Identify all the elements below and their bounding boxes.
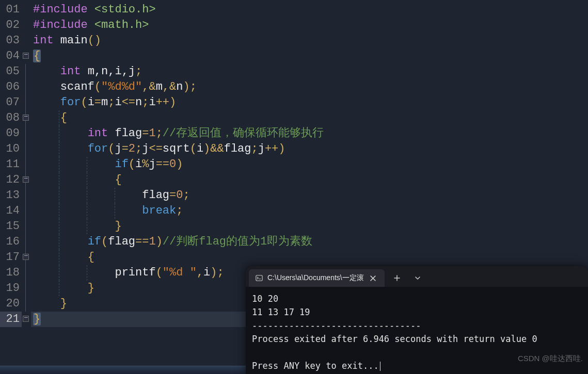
terminal-line: Process exited after 6.946 seconds with …: [252, 334, 537, 344]
close-icon[interactable]: [368, 273, 378, 283]
terminal-line: Press ANY key to exit...: [252, 361, 379, 371]
code-line: {: [31, 172, 588, 188]
terminal-tab-title: C:\Users\a\Documents\一定滚: [267, 273, 364, 283]
code-line: int m,n,i,j;: [31, 64, 588, 79]
code-line: for(j=2;j<=sqrt(i)&&flag;j++): [31, 141, 588, 157]
fold-toggle-icon[interactable]: [23, 254, 29, 260]
fold-toggle-icon[interactable]: [23, 115, 29, 121]
line-number: 16: [0, 234, 22, 250]
code-line: }: [31, 219, 588, 234]
fold-toggle-icon[interactable]: [23, 53, 29, 59]
brace-match: {: [33, 50, 41, 62]
new-tab-button[interactable]: [388, 271, 406, 285]
line-number: 18: [0, 265, 22, 281]
line-number: 04: [0, 48, 22, 64]
fold-toggle-icon[interactable]: [23, 316, 29, 322]
line-number: 05: [0, 64, 22, 79]
tab-dropdown-button[interactable]: [408, 271, 427, 285]
code-line: #include <math.h>: [31, 18, 588, 33]
line-number: 20: [0, 296, 22, 312]
line-number: 01: [0, 2, 22, 18]
code-line: scanf("%d%d",&m,&n);: [31, 79, 588, 95]
code-line: {: [31, 250, 588, 265]
line-number-gutter: 01 02 03 04 05 06 07 08 09 10 11 12 13 1…: [0, 0, 22, 374]
terminal-icon: [255, 274, 263, 282]
line-number: 06: [0, 79, 22, 95]
line-number: 11: [0, 157, 22, 172]
line-number: 21: [0, 312, 22, 327]
code-line: {: [31, 110, 588, 126]
fold-toggle-icon[interactable]: [23, 176, 29, 183]
line-number: 07: [0, 95, 22, 110]
brace-match: }: [33, 313, 41, 326]
line-number: 08: [0, 110, 22, 126]
terminal-titlebar[interactable]: C:\Users\a\Documents\一定滚: [246, 266, 588, 287]
line-number: 13: [0, 188, 22, 203]
terminal-line: 10 20: [252, 294, 278, 304]
watermark-text: CSDN @哇达西哇.: [518, 354, 583, 364]
code-line: break;: [31, 203, 588, 219]
terminal-tab[interactable]: C:\Users\a\Documents\一定滚: [249, 269, 385, 287]
code-line: if(i%j==0): [31, 157, 588, 172]
line-number: 09: [0, 126, 22, 141]
fold-column: [22, 0, 31, 374]
line-number: 15: [0, 219, 22, 234]
code-line: {: [31, 48, 588, 64]
code-line: for(i=m;i<=n;i++): [31, 95, 588, 110]
code-line: int flag=1;//存返回值，确保循环能够执行: [31, 126, 588, 141]
line-number: 03: [0, 33, 22, 48]
terminal-line: 11 13 17 19: [252, 307, 310, 317]
code-line: flag=0;: [31, 188, 588, 203]
code-line: if(flag==1)//判断flag的值为1即为素数: [31, 234, 588, 250]
line-number: 19: [0, 281, 22, 296]
code-line: #include <stdio.h>: [31, 2, 588, 18]
cursor-icon: [380, 362, 380, 371]
line-number: 10: [0, 141, 22, 157]
line-number: 14: [0, 203, 22, 219]
code-line: int main(): [31, 33, 588, 48]
line-number: 02: [0, 18, 22, 33]
line-number: 12: [0, 172, 22, 188]
svg-rect-0: [256, 275, 262, 281]
line-number: 17: [0, 250, 22, 265]
terminal-line: --------------------------------: [252, 320, 421, 331]
